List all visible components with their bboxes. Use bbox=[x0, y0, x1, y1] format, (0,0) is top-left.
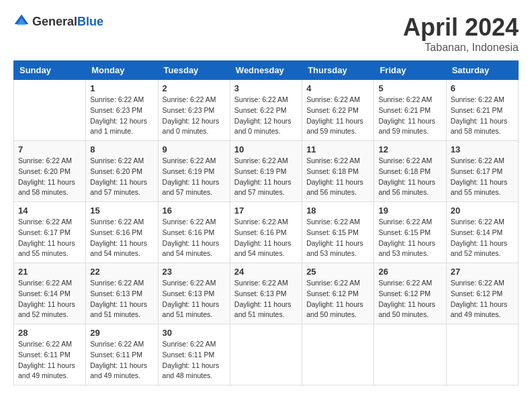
day-number: 30 bbox=[163, 328, 226, 338]
day-info: Sunrise: 6:22 AM Sunset: 6:16 PM Dayligh… bbox=[234, 217, 298, 259]
logo: GeneralBlue bbox=[13, 13, 103, 30]
day-info: Sunrise: 6:22 AM Sunset: 6:20 PM Dayligh… bbox=[18, 156, 81, 198]
day-number: 14 bbox=[18, 205, 81, 216]
calendar-cell: 22Sunrise: 6:22 AM Sunset: 6:13 PM Dayli… bbox=[86, 263, 158, 324]
calendar-cell: 10Sunrise: 6:22 AM Sunset: 6:19 PM Dayli… bbox=[230, 141, 302, 202]
calendar-cell bbox=[14, 80, 86, 141]
calendar-week-row: 1Sunrise: 6:22 AM Sunset: 6:23 PM Daylig… bbox=[14, 80, 519, 141]
day-info: Sunrise: 6:22 AM Sunset: 6:15 PM Dayligh… bbox=[306, 217, 369, 259]
day-number: 2 bbox=[163, 83, 226, 93]
day-info: Sunrise: 6:22 AM Sunset: 6:15 PM Dayligh… bbox=[378, 217, 441, 259]
day-number: 15 bbox=[90, 205, 153, 216]
day-number: 26 bbox=[378, 267, 441, 277]
day-info: Sunrise: 6:22 AM Sunset: 6:11 PM Dayligh… bbox=[18, 339, 81, 381]
day-info: Sunrise: 6:22 AM Sunset: 6:21 PM Dayligh… bbox=[451, 95, 514, 137]
calendar-week-row: 28Sunrise: 6:22 AM Sunset: 6:11 PM Dayli… bbox=[14, 324, 519, 385]
calendar-cell: 21Sunrise: 6:22 AM Sunset: 6:14 PM Dayli… bbox=[14, 263, 86, 324]
day-number: 27 bbox=[451, 267, 514, 277]
day-info: Sunrise: 6:22 AM Sunset: 6:23 PM Dayligh… bbox=[163, 95, 226, 137]
calendar-cell: 7Sunrise: 6:22 AM Sunset: 6:20 PM Daylig… bbox=[14, 141, 86, 202]
day-info: Sunrise: 6:22 AM Sunset: 6:18 PM Dayligh… bbox=[306, 156, 369, 198]
page-header: GeneralBlue April 2024 Tabanan, Indonesi… bbox=[13, 13, 519, 54]
day-info: Sunrise: 6:22 AM Sunset: 6:19 PM Dayligh… bbox=[234, 156, 298, 198]
calendar-week-row: 7Sunrise: 6:22 AM Sunset: 6:20 PM Daylig… bbox=[14, 141, 519, 202]
calendar-cell: 3Sunrise: 6:22 AM Sunset: 6:22 PM Daylig… bbox=[230, 80, 302, 141]
location-subtitle: Tabanan, Indonesia bbox=[403, 42, 519, 54]
day-number: 3 bbox=[234, 83, 298, 93]
day-info: Sunrise: 6:22 AM Sunset: 6:18 PM Dayligh… bbox=[378, 156, 441, 198]
day-number: 8 bbox=[90, 144, 153, 154]
day-info: Sunrise: 6:22 AM Sunset: 6:17 PM Dayligh… bbox=[451, 156, 514, 198]
day-info: Sunrise: 6:22 AM Sunset: 6:12 PM Dayligh… bbox=[451, 278, 514, 320]
day-number: 28 bbox=[18, 328, 81, 338]
calendar-header-row: SundayMondayTuesdayWednesdayThursdayFrid… bbox=[14, 61, 519, 80]
logo-icon bbox=[13, 13, 30, 30]
calendar-cell: 2Sunrise: 6:22 AM Sunset: 6:23 PM Daylig… bbox=[158, 80, 230, 141]
calendar-table: SundayMondayTuesdayWednesdayThursdayFrid… bbox=[13, 60, 519, 385]
day-info: Sunrise: 6:22 AM Sunset: 6:13 PM Dayligh… bbox=[234, 278, 298, 320]
day-info: Sunrise: 6:22 AM Sunset: 6:12 PM Dayligh… bbox=[306, 278, 369, 320]
calendar-cell: 14Sunrise: 6:22 AM Sunset: 6:17 PM Dayli… bbox=[14, 202, 86, 263]
calendar-cell: 11Sunrise: 6:22 AM Sunset: 6:18 PM Dayli… bbox=[302, 141, 374, 202]
calendar-cell: 30Sunrise: 6:22 AM Sunset: 6:11 PM Dayli… bbox=[158, 324, 230, 385]
day-info: Sunrise: 6:22 AM Sunset: 6:12 PM Dayligh… bbox=[378, 278, 441, 320]
title-section: April 2024 Tabanan, Indonesia bbox=[403, 13, 519, 54]
calendar-cell: 4Sunrise: 6:22 AM Sunset: 6:22 PM Daylig… bbox=[302, 80, 374, 141]
day-info: Sunrise: 6:22 AM Sunset: 6:19 PM Dayligh… bbox=[163, 156, 226, 198]
calendar-cell: 5Sunrise: 6:22 AM Sunset: 6:21 PM Daylig… bbox=[374, 80, 446, 141]
day-number: 22 bbox=[90, 267, 153, 277]
calendar-week-row: 14Sunrise: 6:22 AM Sunset: 6:17 PM Dayli… bbox=[14, 202, 519, 263]
weekday-header-monday: Monday bbox=[86, 61, 158, 80]
weekday-header-saturday: Saturday bbox=[446, 61, 518, 80]
calendar-body: 1Sunrise: 6:22 AM Sunset: 6:23 PM Daylig… bbox=[14, 80, 519, 385]
calendar-cell: 9Sunrise: 6:22 AM Sunset: 6:19 PM Daylig… bbox=[158, 141, 230, 202]
calendar-cell bbox=[230, 324, 302, 385]
day-number: 18 bbox=[306, 205, 369, 216]
day-number: 19 bbox=[378, 205, 441, 216]
day-number: 25 bbox=[306, 267, 369, 277]
day-number: 21 bbox=[18, 267, 81, 277]
day-number: 29 bbox=[90, 328, 153, 338]
calendar-cell bbox=[446, 324, 518, 385]
calendar-cell: 24Sunrise: 6:22 AM Sunset: 6:13 PM Dayli… bbox=[230, 263, 302, 324]
day-number: 13 bbox=[451, 144, 514, 154]
calendar-cell: 15Sunrise: 6:22 AM Sunset: 6:16 PM Dayli… bbox=[86, 202, 158, 263]
day-info: Sunrise: 6:22 AM Sunset: 6:21 PM Dayligh… bbox=[378, 95, 441, 137]
calendar-cell: 12Sunrise: 6:22 AM Sunset: 6:18 PM Dayli… bbox=[374, 141, 446, 202]
day-number: 10 bbox=[234, 144, 298, 154]
day-number: 6 bbox=[451, 83, 514, 93]
calendar-cell: 18Sunrise: 6:22 AM Sunset: 6:15 PM Dayli… bbox=[302, 202, 374, 263]
logo-text-blue: Blue bbox=[77, 15, 103, 28]
day-number: 11 bbox=[306, 144, 369, 154]
calendar-cell: 28Sunrise: 6:22 AM Sunset: 6:11 PM Dayli… bbox=[14, 324, 86, 385]
day-info: Sunrise: 6:22 AM Sunset: 6:17 PM Dayligh… bbox=[18, 217, 81, 259]
day-number: 23 bbox=[163, 267, 226, 277]
day-number: 20 bbox=[451, 205, 514, 216]
day-number: 12 bbox=[378, 144, 441, 154]
calendar-cell: 25Sunrise: 6:22 AM Sunset: 6:12 PM Dayli… bbox=[302, 263, 374, 324]
calendar-cell: 23Sunrise: 6:22 AM Sunset: 6:13 PM Dayli… bbox=[158, 263, 230, 324]
day-info: Sunrise: 6:22 AM Sunset: 6:11 PM Dayligh… bbox=[163, 339, 226, 381]
calendar-cell: 27Sunrise: 6:22 AM Sunset: 6:12 PM Dayli… bbox=[446, 263, 518, 324]
weekday-header-thursday: Thursday bbox=[302, 61, 374, 80]
month-year-title: April 2024 bbox=[403, 13, 519, 42]
day-info: Sunrise: 6:22 AM Sunset: 6:13 PM Dayligh… bbox=[90, 278, 153, 320]
day-number: 9 bbox=[163, 144, 226, 154]
calendar-cell: 29Sunrise: 6:22 AM Sunset: 6:11 PM Dayli… bbox=[86, 324, 158, 385]
calendar-cell: 16Sunrise: 6:22 AM Sunset: 6:16 PM Dayli… bbox=[158, 202, 230, 263]
weekday-header-sunday: Sunday bbox=[14, 61, 86, 80]
calendar-cell bbox=[302, 324, 374, 385]
calendar-week-row: 21Sunrise: 6:22 AM Sunset: 6:14 PM Dayli… bbox=[14, 263, 519, 324]
logo-text-general: General bbox=[32, 15, 77, 28]
calendar-cell: 8Sunrise: 6:22 AM Sunset: 6:20 PM Daylig… bbox=[86, 141, 158, 202]
day-number: 17 bbox=[234, 205, 298, 216]
calendar-cell: 1Sunrise: 6:22 AM Sunset: 6:23 PM Daylig… bbox=[86, 80, 158, 141]
weekday-header-tuesday: Tuesday bbox=[158, 61, 230, 80]
day-number: 16 bbox=[163, 205, 226, 216]
weekday-header-friday: Friday bbox=[374, 61, 446, 80]
day-number: 7 bbox=[18, 144, 81, 154]
day-number: 4 bbox=[306, 83, 369, 93]
day-number: 1 bbox=[90, 83, 153, 93]
day-number: 5 bbox=[378, 83, 441, 93]
day-info: Sunrise: 6:22 AM Sunset: 6:11 PM Dayligh… bbox=[90, 339, 153, 381]
